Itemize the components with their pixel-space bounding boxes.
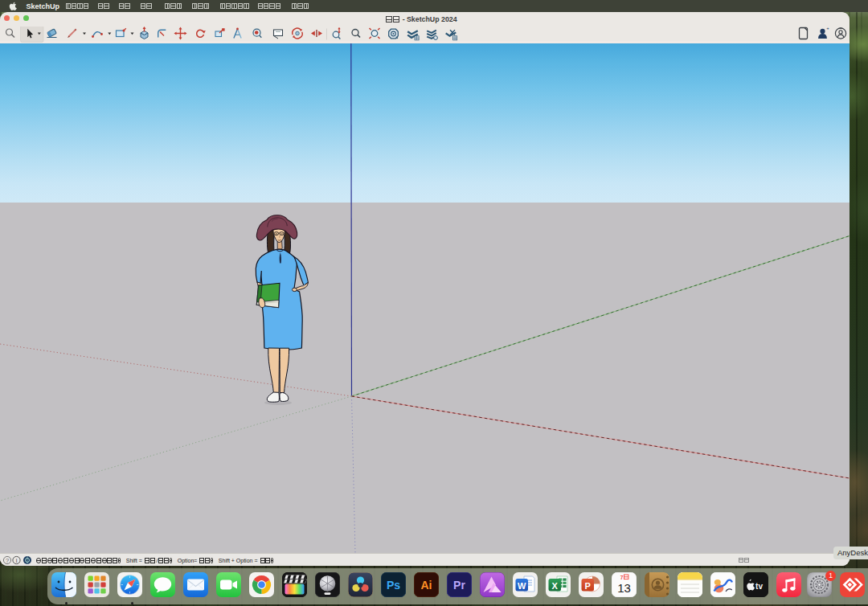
svg-text:P: P: [585, 581, 591, 591]
svg-text:+: +: [826, 27, 829, 31]
svg-text:X: X: [552, 581, 559, 591]
svg-text:i: i: [16, 557, 18, 564]
svg-text:Pr: Pr: [453, 579, 465, 592]
svg-text:tv: tv: [755, 582, 763, 591]
svg-text:W: W: [518, 581, 526, 591]
svg-text:?: ?: [6, 557, 9, 564]
svg-text:Ai: Ai: [421, 579, 432, 592]
svg-text:7: 7: [620, 575, 624, 580]
svg-text:13: 13: [617, 581, 631, 595]
svg-text:Ps: Ps: [387, 579, 400, 592]
